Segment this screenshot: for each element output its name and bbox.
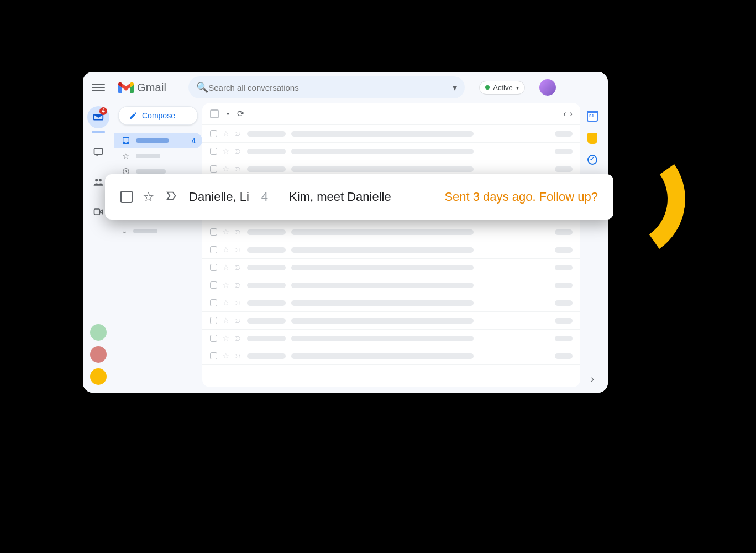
important-icon: [235, 335, 242, 342]
svg-rect-0: [95, 148, 103, 154]
brand[interactable]: Gmail: [118, 81, 166, 94]
side-apps-panel: ›: [580, 103, 605, 393]
compose-button[interactable]: Compose: [118, 106, 198, 125]
message-row[interactable]: ☆: [202, 276, 580, 294]
important-icon: [235, 131, 242, 137]
main-menu-button[interactable]: [92, 81, 105, 94]
message-row[interactable]: ☆: [202, 347, 580, 365]
sidebar: Compose 4 ☆ ⌄: [114, 103, 202, 393]
placeholder-label: [133, 229, 158, 233]
rail-mail[interactable]: 4: [87, 106, 109, 128]
message-row[interactable]: ☆: [202, 259, 580, 276]
inbox-count: 4: [192, 137, 196, 145]
chevron-down-icon: ⌄: [122, 227, 128, 235]
calendar-app-icon[interactable]: [587, 111, 598, 122]
mail-badge: 4: [99, 107, 107, 115]
next-page-icon[interactable]: ›: [570, 109, 573, 119]
email-sender: Danielle, Li: [189, 190, 249, 204]
content: ▾ ⟳ ‹ › ☆ ☆ ☆ ☆ ☆ ☆ ☆ ☆: [202, 103, 608, 393]
ghost-rows: ☆ ☆ ☆ ☆ ☆ ☆ ☆ ☆ ☆ ☆ ☆: [202, 125, 580, 387]
status-chip[interactable]: Active ▾: [479, 81, 524, 95]
email-nudge: Sent 3 days ago. Follow up?: [444, 190, 598, 204]
list-toolbar: ▾ ⟳ ‹ ›: [202, 103, 580, 125]
gmail-logo-icon: [118, 81, 134, 93]
svg-point-2: [99, 179, 102, 181]
important-icon: [235, 353, 242, 359]
account-avatar[interactable]: [539, 79, 556, 96]
svg-point-1: [95, 179, 98, 181]
video-icon: [93, 206, 104, 217]
placeholder-label: [136, 138, 169, 143]
side-panel-collapse-icon[interactable]: ›: [591, 373, 594, 385]
status-dot-icon: [485, 85, 490, 90]
email-subject: Kim, meet Danielle: [289, 190, 391, 204]
message-row[interactable]: ☆: [202, 143, 580, 160]
important-icon: [235, 317, 242, 324]
star-icon[interactable]: ☆: [143, 189, 155, 205]
message-row[interactable]: ☆: [202, 223, 580, 241]
important-icon: [235, 282, 242, 289]
star-icon: ☆: [122, 152, 130, 160]
email-thread-count: 4: [261, 190, 268, 204]
keep-app-icon[interactable]: [587, 133, 597, 144]
rail-contacts: [90, 324, 107, 385]
gmail-window: Gmail 🔍 ▾ Active ▾ 4: [83, 72, 608, 393]
placeholder-label: [136, 169, 166, 174]
important-icon: [235, 148, 242, 155]
chat-icon: [93, 147, 104, 158]
people-icon: [93, 176, 104, 187]
contact-avatar[interactable]: [90, 346, 107, 363]
search-icon: 🔍: [196, 81, 208, 93]
prev-page-icon[interactable]: ‹: [563, 109, 566, 119]
tasks-app-icon[interactable]: [587, 155, 597, 165]
sidebar-item-inbox[interactable]: 4: [114, 133, 202, 148]
left-rail: 4: [83, 103, 114, 393]
inbox-icon: [122, 136, 130, 145]
search-options-icon[interactable]: ▾: [453, 82, 457, 93]
compose-label: Compose: [142, 111, 175, 120]
message-list: ▾ ⟳ ‹ › ☆ ☆ ☆ ☆ ☆ ☆ ☆ ☆: [202, 103, 580, 387]
rail-mail-indicator: [92, 131, 105, 133]
important-icon: [235, 264, 242, 271]
chevron-down-icon: ▾: [516, 85, 519, 91]
sidebar-item-starred[interactable]: ☆: [114, 148, 202, 164]
pencil-icon: [129, 111, 138, 120]
important-icon[interactable]: [165, 190, 179, 204]
message-row[interactable]: ☆: [202, 241, 580, 259]
brand-name: Gmail: [137, 81, 166, 94]
email-checkbox[interactable]: [120, 191, 133, 203]
select-all-checkbox[interactable]: [210, 109, 219, 118]
refresh-icon[interactable]: ⟳: [237, 108, 244, 119]
contact-avatar[interactable]: [90, 368, 107, 385]
important-icon: [235, 229, 242, 236]
message-row[interactable]: ☆: [202, 312, 580, 330]
message-row[interactable]: ☆: [202, 125, 580, 143]
placeholder-label: [136, 154, 160, 158]
body-area: 4 Compose: [83, 103, 608, 393]
search-input[interactable]: [208, 83, 450, 92]
sidebar-more[interactable]: ⌄: [114, 223, 202, 238]
important-icon: [235, 247, 242, 253]
select-dropdown-icon[interactable]: ▾: [227, 111, 229, 117]
highlighted-email-row[interactable]: ☆ Danielle, Li 4 Kim, meet Danielle Sent…: [105, 174, 613, 220]
contact-avatar[interactable]: [90, 324, 107, 341]
search-bar[interactable]: 🔍 ▾: [188, 76, 465, 98]
rail-chat[interactable]: [87, 141, 109, 163]
important-icon: [235, 300, 242, 306]
message-row[interactable]: ☆: [202, 294, 580, 312]
important-icon: [235, 166, 242, 173]
status-label: Active: [493, 84, 512, 92]
message-row[interactable]: ☆: [202, 330, 580, 347]
topbar: Gmail 🔍 ▾ Active ▾: [83, 72, 608, 103]
